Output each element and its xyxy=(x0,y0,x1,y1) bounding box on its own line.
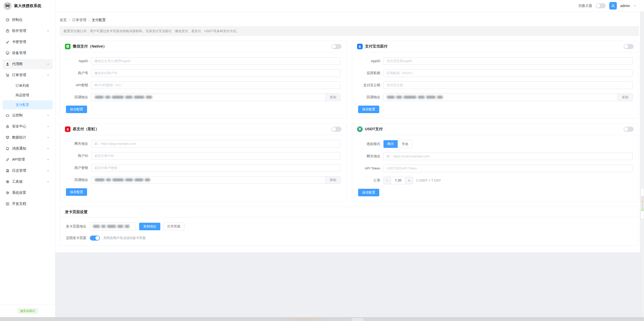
sidebar-item-logs[interactable]: 日志管理 xyxy=(3,166,53,176)
sidebar-item-label: 日志管理 xyxy=(12,168,44,173)
sidebar-item-label: 卡密管理 xyxy=(12,40,50,44)
epay-enable-toggle[interactable] xyxy=(331,127,342,132)
sidebar-item-label: 云控制 xyxy=(12,113,44,118)
copy-button[interactable]: 复制 xyxy=(325,176,340,184)
sidebar-item-docs[interactable]: 开发文档 xyxy=(3,199,53,209)
sidebar-item-agents[interactable]: 代理商 xyxy=(3,59,53,69)
sidebar-item-dashboard[interactable]: 控制台 xyxy=(3,15,53,25)
theme-toggle[interactable] xyxy=(596,3,606,8)
rate-hint: 1 USDT = ? CNY xyxy=(416,178,441,182)
sidebar-item-statistics[interactable]: 数据统计 xyxy=(3,132,53,143)
monitor-icon xyxy=(6,51,10,55)
chevron-down-icon xyxy=(47,169,50,172)
epay-merchant-id-input[interactable] xyxy=(91,152,340,160)
sidebar-item-settings[interactable]: 系统设置 xyxy=(3,188,53,198)
sidebar-subitem-order-list[interactable]: 订单列表 xyxy=(3,81,53,90)
sidebar-item-devices[interactable]: 设备管理 xyxy=(3,48,53,58)
dashboard-icon xyxy=(6,18,10,22)
sidebar-item-toolbox[interactable]: 工具箱 xyxy=(3,177,53,187)
sidebar-subitem-products[interactable]: 商品管理 xyxy=(3,91,53,100)
copy-button[interactable]: 复制 xyxy=(618,94,633,101)
sidebar-item-api[interactable]: API管理 xyxy=(3,155,53,165)
wechat-merchant-input[interactable] xyxy=(91,69,340,77)
open-page-button[interactable]: 打开页面 xyxy=(163,223,184,230)
content-panel: 首页 / 订单管理 / 支付配置 配置支付接口后，用户可通过发卡页面自助购买授权… xyxy=(55,12,644,252)
alipay-appid-input[interactable] xyxy=(383,57,633,65)
rate-value[interactable]: 7.20 xyxy=(391,177,405,184)
link-icon xyxy=(6,158,10,162)
epay-gateway-input[interactable] xyxy=(91,140,340,148)
field-label: 网关地址 xyxy=(66,142,88,146)
taskbar-edge xyxy=(0,317,644,321)
gear-filled-icon xyxy=(6,180,10,184)
cloud-icon xyxy=(6,113,10,117)
wechat-appid-input[interactable] xyxy=(91,57,340,65)
field-label: 回调地址 xyxy=(358,95,380,100)
epay-merchant-key-input[interactable] xyxy=(91,164,340,172)
sidebar-item-label: 系统设置 xyxy=(12,191,50,195)
breadcrumb-orders[interactable]: 订单管理 xyxy=(72,18,86,22)
page-tip: 配置支付接口后，用户可通过发卡页面自助购买授权码。支持支付宝当面付、微信支付、易… xyxy=(60,26,639,36)
alipay-card: 支 支付宝当面付 AppID 应用私钥 xyxy=(352,41,639,118)
save-button[interactable]: 保存配置 xyxy=(358,189,379,196)
breadcrumb-home[interactable]: 首页 xyxy=(60,18,67,22)
usdt-token-input[interactable] xyxy=(383,165,633,172)
field-label: 商户密钥 xyxy=(66,166,88,170)
user-avatar[interactable] xyxy=(609,2,617,10)
server-mode-badge: 服务器模式 xyxy=(17,308,38,314)
card-header: 支 支付宝当面付 xyxy=(352,41,639,52)
enable-card-page-toggle[interactable] xyxy=(90,236,100,241)
field-label: API Token xyxy=(358,166,380,170)
mode-option-gateway[interactable]: 网关 xyxy=(384,140,398,148)
package-icon xyxy=(6,29,10,33)
username: admin xyxy=(620,4,630,8)
sidebar-item-notifications[interactable]: 消息通知 xyxy=(3,144,53,154)
copy-button[interactable]: 复制 xyxy=(325,94,340,101)
copy-url-button[interactable]: 复制地址 xyxy=(139,223,160,230)
save-button[interactable]: 保存配置 xyxy=(66,188,87,196)
field-label: 支付宝公钥 xyxy=(358,83,380,87)
vertical-scrollbar[interactable] xyxy=(640,12,644,317)
epay-card: 8 易支付（彩虹） 网关地址 商户ID xyxy=(60,123,347,202)
sidebar-item-software[interactable]: 软件管理 xyxy=(3,26,53,36)
redacted-url xyxy=(93,177,152,182)
scrollbar-thumb[interactable] xyxy=(641,188,644,219)
minus-icon[interactable]: − xyxy=(384,177,391,184)
main-area: 首页 / 订单管理 / 支付配置 配置支付接口后，用户可通过发卡页面自助购买授权… xyxy=(55,12,644,317)
card-title: 易支付（彩虹） xyxy=(73,127,99,131)
app-title: 鼠大侠授权系统 xyxy=(14,4,42,8)
card-header: 微信支付（Native） xyxy=(60,41,347,52)
wechat-apikey-input[interactable] xyxy=(91,81,340,89)
usdt-gateway-input[interactable] xyxy=(383,153,633,160)
sidebar-item-label: 支付配置 xyxy=(16,103,29,107)
alipay-private-key-input[interactable] xyxy=(383,69,633,77)
usdt-enable-toggle[interactable] xyxy=(624,127,634,132)
field-label: API密钥 xyxy=(66,83,88,87)
breadcrumb-current: 支付配置 xyxy=(92,18,106,22)
save-button[interactable]: 保存配置 xyxy=(66,106,87,113)
sidebar-item-cardkeys[interactable]: 卡密管理 xyxy=(3,37,53,47)
chevron-down-icon xyxy=(47,125,50,128)
alipay-enable-toggle[interactable] xyxy=(624,44,634,49)
sidebar-item-cloud-control[interactable]: 云控制 xyxy=(3,110,53,120)
sidebar-subitem-payment-config[interactable]: 支付配置 xyxy=(3,100,53,109)
sidebar-item-orders[interactable]: 订单管理 xyxy=(3,70,53,80)
cart-icon xyxy=(6,73,10,77)
alipay-public-key-input[interactable] xyxy=(383,81,633,89)
sidebar-item-label: 控制台 xyxy=(12,18,50,22)
svg-text:8: 8 xyxy=(67,127,68,131)
redacted-url xyxy=(93,95,154,100)
save-button[interactable]: 保存配置 xyxy=(358,106,379,113)
alipay-icon: 支 xyxy=(357,44,363,49)
user-icon xyxy=(6,62,10,66)
plus-icon[interactable]: + xyxy=(405,177,413,184)
mode-option-manual[interactable]: 手动 xyxy=(398,140,412,148)
sidebar-item-label: 商品管理 xyxy=(16,93,29,98)
card-body: 收款模式 网关 手动 网关地址 API Token xyxy=(352,135,639,201)
book-icon xyxy=(6,202,10,206)
sidebar-item-security[interactable]: 安全中心 xyxy=(3,121,53,131)
field-label: 应用私钥 xyxy=(358,71,380,75)
chevron-down-icon xyxy=(47,147,50,150)
wechat-enable-toggle[interactable] xyxy=(331,44,342,49)
chevron-down-icon[interactable] xyxy=(633,4,636,7)
